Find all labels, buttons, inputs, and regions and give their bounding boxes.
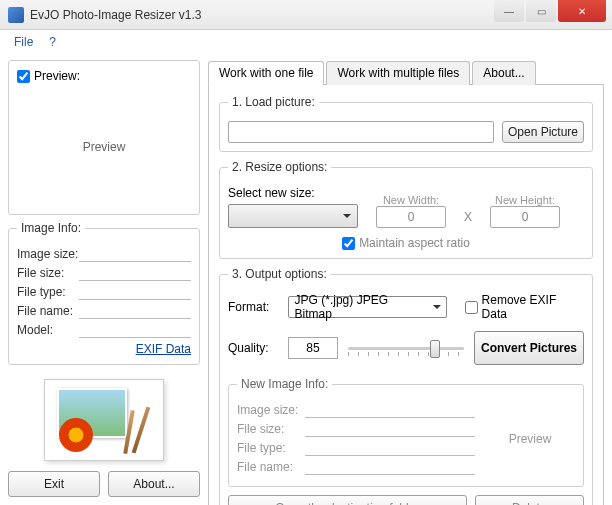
load-picture-group: 1. Load picture: Open Picture bbox=[219, 95, 593, 152]
window-controls: — ▭ ✕ bbox=[494, 0, 612, 22]
field-file-size bbox=[79, 265, 191, 281]
image-info-groupbox: Image Info: Image size: File size: File … bbox=[8, 221, 200, 365]
menu-bar: File ? bbox=[0, 30, 612, 54]
maintain-aspect-checkbox[interactable] bbox=[342, 237, 355, 250]
resize-options-group: 2. Resize options: Select new size: New … bbox=[219, 160, 593, 259]
new-label-image-size: Image size: bbox=[237, 403, 305, 417]
convert-label: Convert Pictures bbox=[481, 341, 577, 355]
new-image-info-legend: New Image Info: bbox=[237, 377, 332, 391]
delete-button[interactable]: Delete bbox=[475, 495, 585, 505]
new-height-input[interactable] bbox=[490, 206, 560, 228]
open-destination-button[interactable]: Open the destination folder bbox=[228, 495, 467, 505]
window-title: EvJO Photo-Image Resizer v1.3 bbox=[30, 8, 201, 22]
output-options-title: 3. Output options: bbox=[228, 267, 331, 281]
new-label-file-type: File type: bbox=[237, 441, 305, 455]
exif-data-link[interactable]: EXIF Data bbox=[17, 342, 191, 356]
image-info-legend: Image Info: bbox=[17, 221, 85, 235]
new-preview-area: Preview bbox=[485, 399, 575, 478]
new-field-file-name bbox=[305, 459, 475, 475]
content: Preview: Preview Image Info: Image size:… bbox=[0, 54, 612, 505]
new-label-file-size: File size: bbox=[237, 422, 305, 436]
minimize-button[interactable]: — bbox=[494, 0, 524, 22]
new-label-file-name: File name: bbox=[237, 460, 305, 474]
left-bottom-buttons: Exit About... bbox=[8, 471, 200, 497]
decorative-photo-icon bbox=[44, 379, 164, 461]
new-image-info-group: New Image Info: Image size: File size: F… bbox=[228, 377, 584, 487]
app-icon bbox=[8, 7, 24, 23]
field-image-size bbox=[79, 246, 191, 262]
right-panel: Work with one file Work with multiple fi… bbox=[208, 60, 604, 497]
output-options-group: 3. Output options: Format: JPG (*.jpg) J… bbox=[219, 267, 593, 505]
about-button[interactable]: About... bbox=[108, 471, 200, 497]
new-height-label: New Height: bbox=[490, 194, 560, 206]
preview-checkbox[interactable] bbox=[17, 70, 30, 83]
select-size-label: Select new size: bbox=[228, 186, 358, 200]
label-file-size: File size: bbox=[17, 266, 79, 280]
tab-multiple-files[interactable]: Work with multiple files bbox=[326, 61, 470, 85]
x-separator: X bbox=[464, 210, 472, 228]
left-panel: Preview: Preview Image Info: Image size:… bbox=[8, 60, 200, 497]
resize-options-title: 2. Resize options: bbox=[228, 160, 331, 174]
convert-pictures-button[interactable]: Convert Pictures bbox=[474, 331, 584, 365]
format-select[interactable]: JPG (*.jpg) JPEG Bitmap bbox=[288, 296, 447, 318]
new-width-input[interactable] bbox=[376, 206, 446, 228]
size-select[interactable] bbox=[228, 204, 358, 228]
tab-bar: Work with one file Work with multiple fi… bbox=[208, 60, 604, 85]
maximize-button[interactable]: ▭ bbox=[526, 0, 556, 22]
preview-check-row: Preview: bbox=[17, 69, 191, 83]
format-label: Format: bbox=[228, 300, 278, 314]
format-value: JPG (*.jpg) JPEG Bitmap bbox=[295, 293, 428, 321]
open-picture-button[interactable]: Open Picture bbox=[502, 121, 584, 143]
preview-area: Preview bbox=[17, 87, 191, 206]
field-model bbox=[79, 322, 191, 338]
remove-exif-label: Remove EXIF Data bbox=[482, 293, 584, 321]
remove-exif-checkbox[interactable] bbox=[465, 301, 478, 314]
preview-groupbox: Preview: Preview bbox=[8, 60, 200, 215]
title-bar: EvJO Photo-Image Resizer v1.3 — ▭ ✕ bbox=[0, 0, 612, 30]
preview-check-label: Preview: bbox=[34, 69, 80, 83]
tab-content: 1. Load picture: Open Picture 2. Resize … bbox=[208, 85, 604, 505]
menu-file[interactable]: File bbox=[8, 33, 39, 51]
new-field-image-size bbox=[305, 402, 475, 418]
picture-path-input[interactable] bbox=[228, 121, 494, 143]
exit-button[interactable]: Exit bbox=[8, 471, 100, 497]
label-model: Model: bbox=[17, 323, 79, 337]
new-width-label: New Width: bbox=[376, 194, 446, 206]
maintain-aspect-label: Maintain aspect ratio bbox=[359, 236, 470, 250]
label-file-name: File name: bbox=[17, 304, 79, 318]
label-image-size: Image size: bbox=[17, 247, 79, 261]
new-field-file-size bbox=[305, 421, 475, 437]
tab-one-file[interactable]: Work with one file bbox=[208, 61, 324, 85]
new-field-file-type bbox=[305, 440, 475, 456]
quality-label: Quality: bbox=[228, 341, 278, 355]
field-file-name bbox=[79, 303, 191, 319]
tab-about[interactable]: About... bbox=[472, 61, 535, 85]
load-picture-title: 1. Load picture: bbox=[228, 95, 319, 109]
close-button[interactable]: ✕ bbox=[558, 0, 606, 22]
quality-slider[interactable] bbox=[348, 338, 464, 358]
quality-input[interactable] bbox=[288, 337, 338, 359]
field-file-type bbox=[79, 284, 191, 300]
label-file-type: File type: bbox=[17, 285, 79, 299]
menu-help[interactable]: ? bbox=[43, 33, 62, 51]
